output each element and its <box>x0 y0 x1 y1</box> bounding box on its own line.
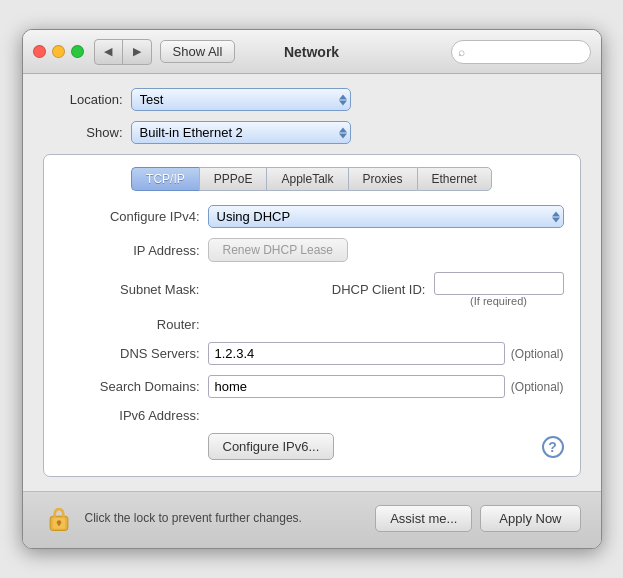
location-label: Location: <box>43 92 123 107</box>
apply-now-button[interactable]: Apply Now <box>480 505 580 532</box>
show-select[interactable]: Built-in Ethernet 2 <box>131 121 351 144</box>
location-select[interactable]: Test <box>131 88 351 111</box>
ip-address-row: IP Address: Renew DHCP Lease <box>60 238 564 262</box>
location-row: Location: Test <box>43 88 581 111</box>
search-domains-row: Search Domains: (Optional) <box>60 375 564 398</box>
search-box: ⌕ <box>451 40 591 64</box>
search-input[interactable] <box>451 40 591 64</box>
tab-appletalk[interactable]: AppleTalk <box>266 167 347 191</box>
close-button[interactable] <box>33 45 46 58</box>
help-button[interactable]: ? <box>542 436 564 458</box>
dns-servers-input[interactable] <box>208 342 505 365</box>
lock-text: Click the lock to prevent further change… <box>85 511 376 525</box>
minimize-button[interactable] <box>52 45 65 58</box>
show-all-button[interactable]: Show All <box>160 40 236 63</box>
ipv6-address-label: IPv6 Address: <box>60 408 200 423</box>
show-row: Show: Built-in Ethernet 2 <box>43 121 581 144</box>
ipv6-address-row: IPv6 Address: <box>60 408 564 423</box>
maximize-button[interactable] <box>71 45 84 58</box>
dns-servers-label: DNS Servers: <box>60 346 200 361</box>
traffic-lights <box>33 45 84 58</box>
configure-ipv6-button[interactable]: Configure IPv6... <box>208 433 335 460</box>
subnet-dhcp-row: Subnet Mask: DHCP Client ID: (If require… <box>60 272 564 307</box>
show-label: Show: <box>43 125 123 140</box>
dhcp-client-id-label: DHCP Client ID: <box>296 282 426 297</box>
dns-servers-row: DNS Servers: (Optional) <box>60 342 564 365</box>
renew-dhcp-button[interactable]: Renew DHCP Lease <box>208 238 349 262</box>
search-domains-input[interactable] <box>208 375 505 398</box>
subnet-mask-label: Subnet Mask: <box>60 282 200 297</box>
location-select-wrap: Test <box>131 88 351 111</box>
back-button[interactable]: ◀ <box>95 40 123 64</box>
network-panel: TCP/IP PPPoE AppleTalk Proxies Ethernet … <box>43 154 581 477</box>
window-title: Network <box>284 44 339 60</box>
tab-pppoe[interactable]: PPPoE <box>199 167 267 191</box>
tab-tcp-ip[interactable]: TCP/IP <box>131 167 199 191</box>
forward-button[interactable]: ▶ <box>123 40 151 64</box>
main-content: Location: Test Show: Built-in Ethernet 2 <box>23 74 601 491</box>
configure-ipv4-label: Configure IPv4: <box>60 209 200 224</box>
ip-address-label: IP Address: <box>60 243 200 258</box>
router-label: Router: <box>60 317 200 332</box>
configure-ipv4-select[interactable]: Using DHCP <box>208 205 564 228</box>
bottom-bar: Click the lock to prevent further change… <box>23 491 601 548</box>
configure-ipv6-row: Configure IPv6... ? <box>60 433 564 460</box>
tabs: TCP/IP PPPoE AppleTalk Proxies Ethernet <box>60 167 564 191</box>
configure-ipv4-row: Configure IPv4: Using DHCP <box>60 205 564 228</box>
titlebar: ◀ ▶ Show All Network ⌕ <box>23 30 601 74</box>
dhcp-client-id-input[interactable] <box>434 272 564 295</box>
nav-buttons: ◀ ▶ <box>94 39 152 65</box>
router-row: Router: <box>60 317 564 332</box>
show-select-wrap: Built-in Ethernet 2 <box>131 121 351 144</box>
if-required-label: (If required) <box>470 295 527 307</box>
svg-rect-3 <box>58 522 60 526</box>
search-optional-label: (Optional) <box>511 380 564 394</box>
search-icon: ⌕ <box>458 45 465 59</box>
configure-ipv4-select-wrap: Using DHCP <box>208 205 564 228</box>
tab-ethernet[interactable]: Ethernet <box>417 167 492 191</box>
dns-optional-label: (Optional) <box>511 347 564 361</box>
tab-proxies[interactable]: Proxies <box>348 167 417 191</box>
network-window: ◀ ▶ Show All Network ⌕ Location: Test <box>22 29 602 549</box>
lock-icon[interactable] <box>43 502 75 534</box>
search-domains-label: Search Domains: <box>60 379 200 394</box>
assist-button[interactable]: Assist me... <box>375 505 472 532</box>
